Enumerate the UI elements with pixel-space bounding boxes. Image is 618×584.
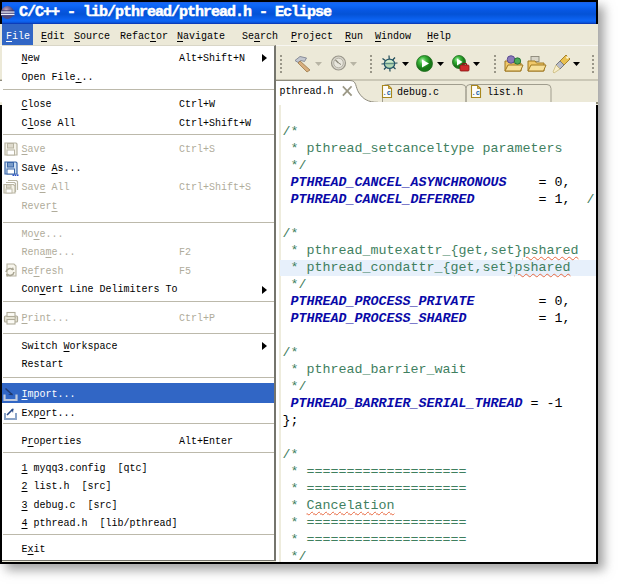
svg-text:.c: .c <box>383 88 391 96</box>
